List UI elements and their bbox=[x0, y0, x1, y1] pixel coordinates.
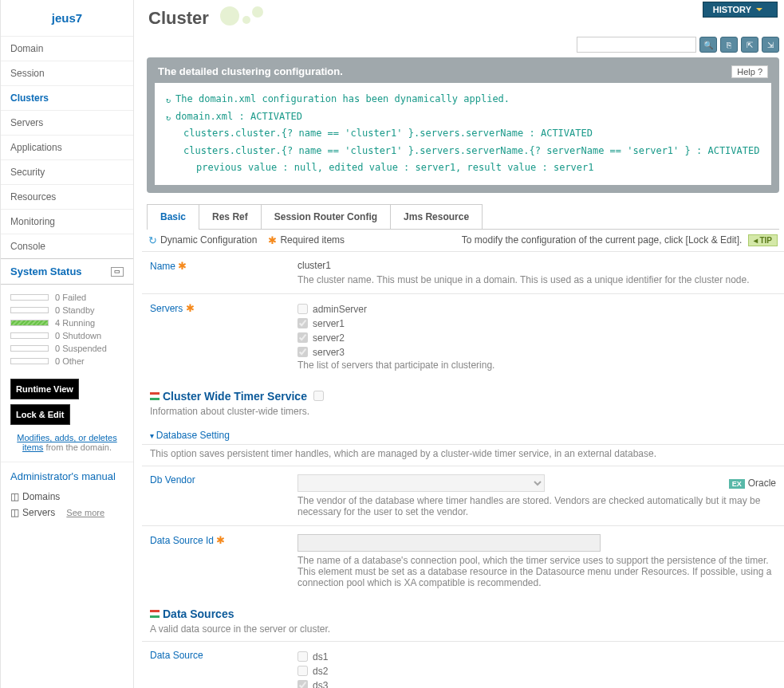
chk-ds3[interactable] bbox=[297, 680, 308, 688]
dsid-desc: The name of a database's connection pool… bbox=[297, 555, 776, 588]
row-name: Name ✱ cluster1 The cluster name. This m… bbox=[142, 251, 784, 293]
history-button[interactable]: HISTORY bbox=[703, 2, 778, 18]
refresh-icon: ↻ bbox=[166, 111, 171, 125]
see-more-link[interactable]: See more bbox=[66, 508, 104, 517]
page-title: Cluster bbox=[142, 0, 784, 37]
row-datasource: Data Source ds1 ds2 ds3 A data source ID… bbox=[142, 641, 784, 688]
nav-session[interactable]: Session bbox=[1, 61, 133, 85]
config-panel: The detailed clustering configuration. H… bbox=[147, 57, 779, 193]
db-vendor-select[interactable] bbox=[297, 474, 545, 492]
row-servers: Servers ✱ adminServer server1 server2 se… bbox=[142, 293, 784, 379]
tab-jms-resource[interactable]: Jms Resource bbox=[390, 204, 483, 229]
status-standby: 0 Standby bbox=[10, 304, 124, 316]
name-value: cluster1 bbox=[297, 260, 776, 271]
chk-server1[interactable] bbox=[297, 318, 308, 328]
required-icon: ✱ bbox=[178, 260, 187, 272]
tip-badge: ◂ TIP bbox=[748, 234, 778, 246]
manual-title: Administrator's manual bbox=[10, 470, 124, 482]
dynamic-icon: ↻ bbox=[148, 234, 157, 246]
status-shutdown: 0 Shutdown bbox=[10, 329, 124, 342]
timer-desc: Information about cluster-wide timers. bbox=[142, 406, 784, 423]
refresh-icon: ↻ bbox=[166, 93, 171, 108]
nav-security[interactable]: Security bbox=[1, 159, 133, 184]
servers-desc: The list of servers that participate in … bbox=[297, 360, 776, 371]
flag-icon bbox=[150, 392, 160, 400]
chk-server2[interactable] bbox=[297, 332, 308, 343]
nav-console[interactable]: Console bbox=[1, 234, 133, 258]
decorative-circles bbox=[220, 8, 268, 24]
tab-res-ref[interactable]: Res Ref bbox=[199, 204, 262, 229]
status-suspended: 0 Suspended bbox=[10, 342, 124, 355]
config-log: ↻The domain.xml configuration has been d… bbox=[155, 83, 771, 185]
status-running: 4 Running bbox=[10, 316, 124, 329]
nav-resources[interactable]: Resources bbox=[1, 184, 133, 209]
ds-id-input[interactable] bbox=[297, 534, 601, 552]
db-setting-desc: This option saves persistent timer handl… bbox=[142, 448, 784, 466]
status-other: 0 Other bbox=[10, 355, 124, 368]
legend: ↻Dynamic Configuration ✱Required items T… bbox=[142, 230, 784, 251]
row-ds-id: Data Source Id ✱ The name of a database'… bbox=[142, 525, 784, 596]
toolbar: 🔍 ⎘ ⇱ ⇲ bbox=[142, 37, 784, 57]
db-setting-toggle[interactable]: Database Setting bbox=[142, 423, 784, 445]
datasources-desc: A valid data source in the server or clu… bbox=[142, 623, 784, 641]
chk-server3[interactable] bbox=[297, 347, 308, 357]
nav-domain[interactable]: Domain bbox=[1, 36, 133, 61]
search-icon[interactable]: 🔍 bbox=[699, 37, 717, 53]
status-failed: 0 Failed bbox=[10, 291, 124, 304]
nav-servers[interactable]: Servers bbox=[1, 110, 133, 135]
tip-text: To modify the configuration of the curre… bbox=[462, 234, 743, 246]
chk-timer-enable[interactable] bbox=[313, 391, 324, 401]
manual-section: Administrator's manual ◫Domains ◫Servers… bbox=[1, 462, 133, 529]
sidebar-desc: Modifies, adds, or deletes items from th… bbox=[1, 430, 133, 462]
required-icon: ✱ bbox=[216, 534, 225, 546]
tab-session-router[interactable]: Session Router Config bbox=[261, 204, 391, 229]
runtime-view-button[interactable]: Runtime View bbox=[10, 379, 79, 399]
chk-ds1[interactable] bbox=[297, 651, 308, 662]
nav-applications[interactable]: Applications bbox=[1, 135, 133, 159]
required-icon: ✱ bbox=[268, 234, 277, 246]
section-timer: Cluster Wide Timer Service bbox=[142, 379, 784, 406]
xml-download-icon[interactable]: ⇲ bbox=[762, 37, 779, 53]
xml-upload-icon[interactable]: ⇱ bbox=[741, 37, 758, 53]
panel-title: The detailed clustering configuration. bbox=[158, 65, 343, 78]
nav-clusters[interactable]: Clusters bbox=[1, 85, 133, 110]
ex-badge: EX bbox=[729, 479, 745, 489]
chk-ds2[interactable] bbox=[297, 666, 308, 676]
manual-domains[interactable]: ◫Domains bbox=[10, 489, 124, 505]
manual-servers[interactable]: ◫ServersSee more bbox=[10, 505, 124, 521]
flag-icon bbox=[150, 610, 160, 618]
monitor-icon: ▭ bbox=[111, 267, 124, 277]
row-db-vendor: Db Vendor EXOracle The vendor of the dat… bbox=[142, 466, 784, 525]
required-icon: ✱ bbox=[186, 302, 195, 314]
search-input[interactable] bbox=[577, 37, 696, 53]
tab-basic[interactable]: Basic bbox=[147, 204, 199, 229]
book-icon: ◫ bbox=[10, 491, 19, 502]
name-desc: The cluster name. This must be unique in… bbox=[297, 274, 776, 285]
system-status-header: System Status ▭ bbox=[1, 258, 133, 285]
vendor-desc: The vendor of the database where timer h… bbox=[297, 495, 776, 517]
status-list: 0 Failed 0 Standby 4 Running 0 Shutdown … bbox=[1, 285, 133, 374]
lock-edit-button[interactable]: Lock & Edit bbox=[10, 404, 70, 425]
logo: jeus7 bbox=[1, 0, 133, 36]
help-button[interactable]: Help ? bbox=[731, 65, 768, 78]
nav-monitoring[interactable]: Monitoring bbox=[1, 209, 133, 234]
section-datasources: Data Sources bbox=[142, 596, 784, 623]
tabs: Basic Res Ref Session Router Config Jms … bbox=[147, 204, 779, 230]
book-icon: ◫ bbox=[10, 507, 19, 518]
nav: Domain Session Clusters Servers Applicat… bbox=[1, 36, 133, 258]
chk-adminserver[interactable] bbox=[297, 304, 308, 314]
sidebar: jeus7 Domain Session Clusters Servers Ap… bbox=[0, 0, 134, 688]
main: HISTORY Cluster 🔍 ⎘ ⇱ ⇲ The detailed clu… bbox=[134, 0, 784, 688]
export-icon[interactable]: ⎘ bbox=[720, 37, 738, 53]
